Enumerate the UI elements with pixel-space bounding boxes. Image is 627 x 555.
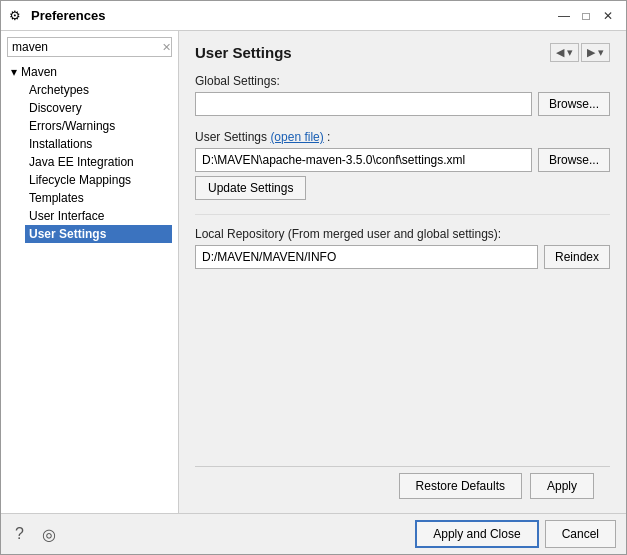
panel-title: User Settings — [195, 44, 292, 61]
tree-view: ▾ Maven Archetypes Discovery Errors/Warn… — [7, 63, 172, 507]
panel-header: User Settings ◀ ▾ ▶ ▾ — [195, 43, 610, 62]
minimize-button[interactable]: — — [554, 6, 574, 26]
tree-parent-maven[interactable]: ▾ Maven — [7, 63, 172, 81]
tree-parent-label: Maven — [21, 65, 57, 79]
user-settings-label: User Settings (open file) : — [195, 130, 610, 144]
global-settings-input-row: Browse... — [195, 92, 610, 116]
local-repo-input-row: D:/MAVEN/MAVEN/INFO Reindex — [195, 245, 610, 269]
preferences-window: ⚙ Preferences — □ ✕ ✕ ▾ Maven Archetypes… — [0, 0, 627, 555]
apply-and-close-button[interactable]: Apply and Close — [415, 520, 538, 548]
user-settings-label-text: User Settings — [195, 130, 267, 144]
nav-back-button[interactable]: ◀ ▾ — [550, 43, 579, 62]
nav-forward-button[interactable]: ▶ ▾ — [581, 43, 610, 62]
global-settings-browse-button[interactable]: Browse... — [538, 92, 610, 116]
search-box: ✕ — [7, 37, 172, 57]
right-panel: User Settings ◀ ▾ ▶ ▾ Global Settings: B… — [179, 31, 626, 513]
form-section: Global Settings: Browse... User Settings… — [195, 74, 610, 466]
tree-item-discovery[interactable]: Discovery — [25, 99, 172, 117]
restore-defaults-button[interactable]: Restore Defaults — [399, 473, 522, 499]
global-settings-label: Global Settings: — [195, 74, 610, 88]
search-clear-icon[interactable]: ✕ — [162, 41, 171, 54]
tree-item-user-interface[interactable]: User Interface — [25, 207, 172, 225]
user-settings-input[interactable]: D:\MAVEN\apache-maven-3.5.0\conf\setting… — [195, 148, 532, 172]
apply-button[interactable]: Apply — [530, 473, 594, 499]
local-repo-input[interactable]: D:/MAVEN/MAVEN/INFO — [195, 245, 538, 269]
separator — [195, 214, 610, 215]
search-input[interactable] — [12, 40, 162, 54]
tree-item-archetypes[interactable]: Archetypes — [25, 81, 172, 99]
main-content: ✕ ▾ Maven Archetypes Discovery Errors/Wa… — [1, 31, 626, 513]
tree-item-user-settings[interactable]: User Settings — [25, 225, 172, 243]
tree-item-templates[interactable]: Templates — [25, 189, 172, 207]
footer-left: ? ◎ — [11, 523, 60, 546]
user-settings-browse-button[interactable]: Browse... — [538, 148, 610, 172]
user-settings-colon: : — [327, 130, 330, 144]
window-icon: ⚙ — [9, 8, 25, 24]
left-panel: ✕ ▾ Maven Archetypes Discovery Errors/Wa… — [1, 31, 179, 513]
bottom-actions: Restore Defaults Apply — [195, 466, 610, 505]
tree-children: Archetypes Discovery Errors/Warnings Ins… — [7, 81, 172, 243]
nav-controls: ◀ ▾ ▶ ▾ — [550, 43, 610, 62]
title-bar: ⚙ Preferences — □ ✕ — [1, 1, 626, 31]
user-settings-group: User Settings (open file) : D:\MAVEN\apa… — [195, 130, 610, 200]
window-title: Preferences — [31, 8, 548, 23]
footer-bar: ? ◎ Apply and Close Cancel — [1, 513, 626, 554]
tree-item-lifecycle[interactable]: Lifecycle Mappings — [25, 171, 172, 189]
local-repo-group: Local Repository (From merged user and g… — [195, 227, 610, 269]
local-repo-label: Local Repository (From merged user and g… — [195, 227, 610, 241]
chevron-icon: ▾ — [11, 65, 17, 79]
global-settings-input[interactable] — [195, 92, 532, 116]
tree-item-installations[interactable]: Installations — [25, 135, 172, 153]
tree-item-errors-warnings[interactable]: Errors/Warnings — [25, 117, 172, 135]
reindex-button[interactable]: Reindex — [544, 245, 610, 269]
maximize-button[interactable]: □ — [576, 6, 596, 26]
global-settings-group: Global Settings: Browse... — [195, 74, 610, 116]
user-settings-open-file-link[interactable]: (open file) — [270, 130, 323, 144]
update-settings-button[interactable]: Update Settings — [195, 176, 306, 200]
info-button[interactable]: ◎ — [38, 523, 60, 546]
user-settings-input-row: D:\MAVEN\apache-maven-3.5.0\conf\setting… — [195, 148, 610, 172]
close-button[interactable]: ✕ — [598, 6, 618, 26]
cancel-button[interactable]: Cancel — [545, 520, 616, 548]
footer-right: Apply and Close Cancel — [415, 520, 616, 548]
tree-item-java-ee[interactable]: Java EE Integration — [25, 153, 172, 171]
window-controls: — □ ✕ — [554, 6, 618, 26]
help-button[interactable]: ? — [11, 523, 28, 546]
